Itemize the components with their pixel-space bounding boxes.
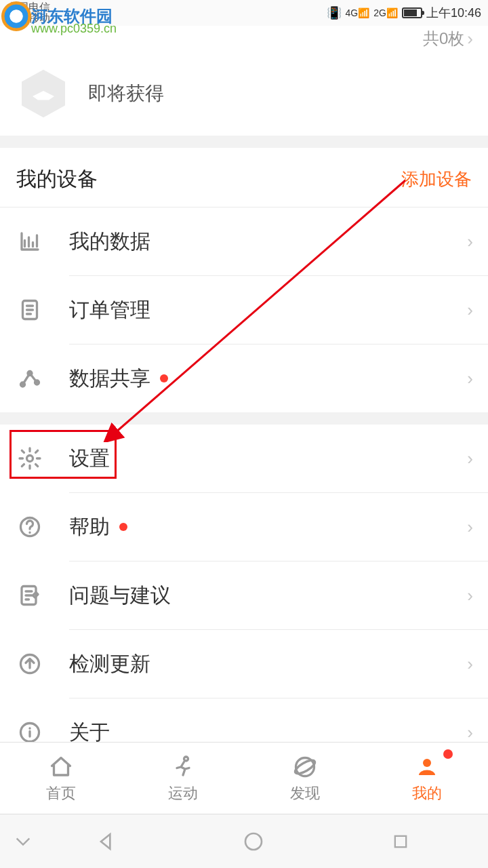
share-icon [15, 363, 45, 393]
list-item-my-data[interactable]: 我的数据 › [0, 208, 488, 275]
sys-home-button[interactable] [180, 831, 327, 852]
chevron-right-icon: › [467, 368, 473, 389]
nav-label: 首页 [46, 783, 76, 804]
svg-point-10 [184, 757, 188, 761]
list-item-orders[interactable]: 订单管理 › [0, 276, 488, 344]
vibrate-icon: 📳 [327, 5, 342, 20]
upcoming-item[interactable]: 即将获得 [0, 52, 488, 136]
sys-recent-button[interactable] [327, 832, 474, 851]
nav-label: 发现 [290, 783, 320, 804]
bottom-nav: 首页 运动 发现 我的 [0, 742, 488, 814]
list-item-help[interactable]: 帮助 › [0, 493, 488, 561]
svg-point-13 [423, 759, 431, 767]
add-device-link[interactable]: 添加设备 [401, 167, 472, 191]
badge-icon [16, 66, 70, 121]
list-item-label: 订单管理 [69, 296, 150, 324]
battery-icon [402, 7, 422, 18]
chevron-right-icon: › [467, 722, 473, 743]
signal-2g: 2G📶 [373, 9, 398, 18]
chevron-right-icon: › [467, 231, 473, 252]
nav-home[interactable]: 首页 [0, 743, 122, 814]
svg-rect-15 [395, 835, 406, 846]
chevron-right-icon: › [467, 448, 473, 469]
chevron-right-icon: › [467, 654, 473, 675]
list-item-settings[interactable]: 设置 › [0, 425, 488, 492]
chevron-right-icon: › [467, 300, 473, 321]
list-section-2: 设置 › 帮助 › 问题与建议 › 检测更新 › 关于 › [0, 425, 488, 766]
list-section-1: 我的数据 › 订单管理 › 数据共享 › [0, 208, 488, 412]
upcoming-section: 即将获得 [0, 52, 488, 136]
divider [0, 136, 488, 148]
list-item-label: 帮助 [69, 513, 110, 541]
nav-sport[interactable]: 运动 [122, 743, 244, 814]
list-item-update[interactable]: 检测更新 › [0, 630, 488, 698]
watermark: 河东软件园 www.pc0359.cn [1, 1, 113, 31]
list-item-data-share[interactable]: 数据共享 › [0, 344, 488, 412]
svg-point-14 [245, 833, 262, 850]
feedback-icon [15, 580, 45, 610]
discover-icon [291, 753, 319, 781]
list-item-feedback[interactable]: 问题与建议 › [0, 561, 488, 629]
chevron-right-icon: › [467, 585, 473, 606]
notification-dot [160, 374, 168, 382]
home-icon [47, 753, 75, 781]
list-item-label: 检测更新 [69, 650, 150, 678]
help-icon [15, 512, 45, 542]
nav-label: 我的 [412, 783, 442, 804]
nav-discover[interactable]: 发现 [244, 743, 366, 814]
svg-point-5 [27, 456, 33, 462]
sys-back-button[interactable] [33, 831, 180, 852]
devices-title: 我的设备 [16, 165, 98, 193]
chevron-right-icon: › [467, 28, 473, 50]
clipboard-icon [15, 295, 45, 325]
sys-close-button[interactable] [14, 832, 33, 851]
list-item-label: 问题与建议 [69, 582, 171, 610]
list-item-label: 设置 [69, 445, 110, 473]
update-icon [15, 649, 45, 679]
chart-icon [15, 226, 45, 256]
signal-4g: 4G📶 [346, 9, 370, 18]
system-nav [0, 814, 488, 868]
run-icon [169, 753, 197, 781]
notification-dot [119, 523, 127, 531]
count-action[interactable]: 共0枚 › [423, 28, 473, 50]
nav-profile[interactable]: 我的 [366, 743, 488, 814]
upcoming-label: 即将获得 [88, 81, 164, 106]
notification-dot [443, 749, 453, 759]
nav-label: 运动 [168, 783, 198, 804]
gear-icon [15, 443, 45, 473]
chevron-right-icon: › [467, 517, 473, 538]
watermark-logo [1, 1, 31, 31]
list-item-label: 数据共享 [69, 365, 150, 393]
list-item-label: 我的数据 [69, 228, 150, 256]
svg-point-12 [293, 757, 317, 776]
devices-header: 我的设备 添加设备 [0, 148, 488, 207]
clock-time: 上午10:46 [426, 5, 481, 21]
profile-icon [413, 753, 441, 781]
divider [0, 412, 488, 425]
watermark-url: www.pc0359.cn [31, 22, 117, 36]
